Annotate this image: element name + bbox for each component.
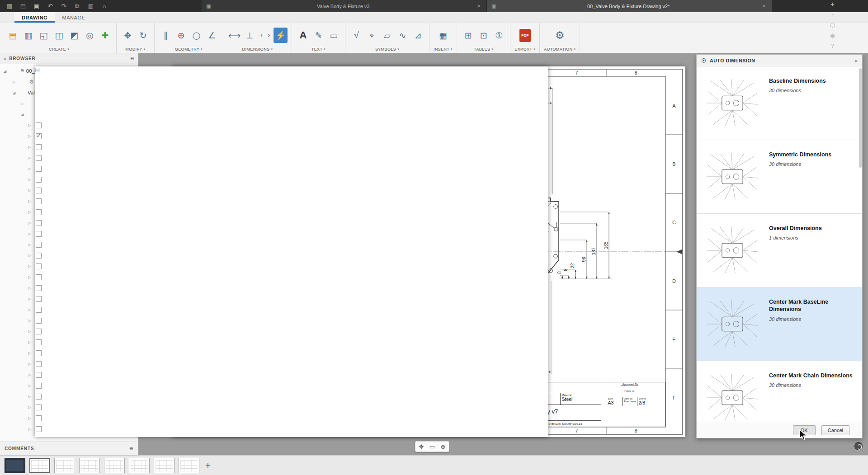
expand-arrow-icon[interactable]: ◢: [4, 69, 10, 73]
hole-table-icon[interactable]: [476, 28, 491, 43]
undo-icon[interactable]: [44, 1, 56, 11]
visibility-checkbox[interactable]: [36, 318, 42, 324]
visibility-checkbox[interactable]: [36, 209, 42, 215]
auto-dimension-option[interactable]: Baseline Dimensions 30 dimensions: [697, 66, 862, 140]
modify-menu[interactable]: MODIFY▾: [125, 46, 145, 52]
expand-arrow-icon[interactable]: ▷: [28, 362, 34, 366]
expand-arrow-icon[interactable]: ▷: [28, 384, 34, 388]
centerline-icon[interactable]: [159, 28, 173, 43]
tab-manage[interactable]: MANAGE: [55, 12, 92, 23]
visibility-checkbox[interactable]: [36, 144, 42, 150]
add-sheet-icon[interactable]: +: [205, 461, 211, 470]
visibility-checkbox[interactable]: [36, 372, 42, 378]
visibility-checkbox[interactable]: [36, 155, 42, 161]
visibility-checkbox[interactable]: [36, 307, 42, 313]
balloon-icon[interactable]: [492, 28, 506, 43]
expand-arrow-icon[interactable]: ▷: [28, 275, 34, 279]
expand-arrow-icon[interactable]: ▷: [28, 340, 34, 344]
visibility-checkbox[interactable]: [36, 133, 42, 139]
expand-arrow-icon[interactable]: ▷: [28, 254, 34, 258]
sheet-thumbnail[interactable]: [29, 458, 50, 473]
expand-arrow-icon[interactable]: ▷: [28, 427, 34, 431]
new-sheet-icon[interactable]: [6, 28, 20, 43]
text-icon[interactable]: [296, 28, 310, 43]
auxiliary-view-icon[interactable]: [52, 28, 66, 43]
insert-menu[interactable]: INSERT▾: [434, 46, 453, 52]
expand-arrow-icon[interactable]: ▷: [28, 329, 34, 334]
export-pdf-icon[interactable]: PDF: [518, 28, 532, 43]
surface-finish-icon[interactable]: [349, 28, 363, 43]
save-icon[interactable]: [31, 1, 42, 11]
visibility-checkbox[interactable]: [36, 274, 42, 280]
leader-text-icon[interactable]: [311, 28, 326, 43]
help-icon[interactable]: [827, 42, 839, 49]
pan-icon[interactable]: [416, 442, 426, 451]
browser-options-icon[interactable]: [130, 56, 134, 61]
sheet-thumbnail[interactable]: [179, 458, 199, 473]
auto-dimension-option[interactable]: Center Mark BaseLine Dimensions 30 dimen…: [697, 287, 862, 361]
auto-dimension-option[interactable]: Symmetric Dimensions 30 dimensions: [697, 140, 862, 214]
expand-arrow-icon[interactable]: ▷: [28, 221, 34, 225]
move-icon[interactable]: [121, 28, 135, 43]
table-icon[interactable]: [461, 28, 475, 43]
close-tab-icon[interactable]: ×: [476, 3, 482, 9]
visibility-checkbox[interactable]: [36, 231, 42, 237]
expand-arrow-icon[interactable]: ▷: [28, 395, 34, 399]
visibility-checkbox[interactable]: [36, 122, 42, 128]
comments-bar[interactable]: COMMENTS: [0, 442, 138, 455]
detail-view-icon[interactable]: [83, 28, 97, 43]
dimensions-menu[interactable]: DIMENSIONS▾: [242, 46, 273, 52]
feature-control-icon[interactable]: [365, 28, 379, 43]
break-view-icon[interactable]: [98, 28, 112, 43]
visibility-checkbox[interactable]: [36, 296, 42, 302]
visibility-checkbox[interactable]: [36, 415, 42, 421]
tree-row[interactable]: ◢ Valve Body v7: [0, 87, 138, 98]
panel-scrollbar[interactable]: [859, 68, 862, 168]
expand-arrow-icon[interactable]: ▷: [28, 145, 34, 149]
automation-gear-icon[interactable]: [553, 28, 567, 43]
expand-arrow-icon[interactable]: ▷: [28, 297, 34, 301]
edge-extension-icon[interactable]: [205, 28, 219, 43]
expand-arrow-icon[interactable]: ▷: [13, 80, 19, 84]
circle-icon[interactable]: [189, 28, 203, 43]
expand-arrow-icon[interactable]: ▷: [28, 405, 34, 409]
expand-arrow-icon[interactable]: ▷: [28, 210, 34, 214]
expand-arrow-icon[interactable]: ▷: [28, 243, 34, 247]
visibility-checkbox[interactable]: [36, 339, 42, 345]
close-tab-icon[interactable]: ×: [761, 3, 767, 9]
expand-arrow-icon[interactable]: ▷: [28, 178, 34, 182]
visibility-checkbox[interactable]: [36, 329, 42, 334]
expand-arrow-icon[interactable]: ▷: [28, 416, 34, 420]
expand-arrow-icon[interactable]: ▷: [28, 373, 34, 377]
app-menu-icon[interactable]: [4, 1, 15, 11]
document-tab-drawing[interactable]: 00_Valve Body & Fixture Drawing v2* ×: [487, 0, 772, 12]
copy-icon[interactable]: [71, 1, 83, 11]
expand-arrow-icon[interactable]: ▷: [28, 232, 34, 236]
visibility-checkbox[interactable]: [36, 285, 42, 291]
projected-view-icon[interactable]: [37, 28, 51, 43]
base-view-icon[interactable]: [21, 28, 35, 43]
visibility-checkbox[interactable]: [36, 177, 42, 183]
create-menu[interactable]: CREATE▾: [49, 46, 69, 52]
auto-dimension-option[interactable]: Center Mark Chain Dimensions 30 dimensio…: [697, 361, 862, 422]
expand-arrow-icon[interactable]: ▷: [28, 286, 34, 290]
expand-arrow-icon[interactable]: ▷: [28, 188, 34, 193]
expand-arrow-icon[interactable]: ◢: [13, 91, 19, 95]
datum-icon[interactable]: [380, 28, 394, 43]
visibility-checkbox[interactable]: [36, 220, 42, 226]
extensions-icon[interactable]: [827, 22, 839, 28]
sheet-thumbnail[interactable]: [104, 458, 125, 473]
chain-dimension-icon[interactable]: [258, 28, 272, 43]
visibility-checkbox[interactable]: [36, 350, 42, 356]
sheet-thumbnail[interactable]: [129, 458, 150, 473]
sheet-thumbnail[interactable]: [5, 458, 25, 473]
export-menu[interactable]: EXPORT▾: [514, 46, 535, 52]
visibility-checkbox[interactable]: [36, 242, 42, 248]
sheet-thumbnail[interactable]: [54, 458, 75, 473]
center-mark-icon[interactable]: [174, 28, 188, 43]
expand-arrow-icon[interactable]: ▷: [21, 102, 27, 106]
visibility-checkbox[interactable]: [36, 198, 42, 204]
geometry-menu[interactable]: GEOMETRY▾: [175, 46, 203, 52]
redo-icon[interactable]: [58, 1, 70, 11]
expand-arrow-icon[interactable]: ▷: [28, 308, 34, 312]
